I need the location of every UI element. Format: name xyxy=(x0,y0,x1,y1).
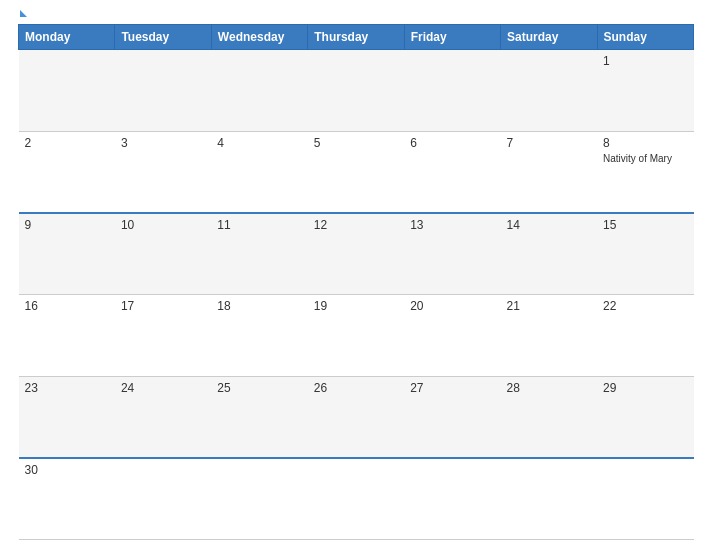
day-of-week-header: Sunday xyxy=(597,25,693,50)
logo-blue-text xyxy=(18,10,27,16)
day-number: 20 xyxy=(410,299,494,313)
day-number: 18 xyxy=(217,299,301,313)
day-number: 10 xyxy=(121,218,205,232)
logo xyxy=(18,10,27,16)
calendar-day-cell: 29 xyxy=(597,376,693,458)
calendar-body: 12345678Nativity of Mary9101112131415161… xyxy=(19,50,694,540)
day-number: 25 xyxy=(217,381,301,395)
calendar-day-cell: 13 xyxy=(404,213,500,295)
day-of-week-header: Tuesday xyxy=(115,25,211,50)
day-of-week-header: Saturday xyxy=(501,25,597,50)
calendar-day-cell xyxy=(115,50,211,132)
day-of-week-header: Wednesday xyxy=(211,25,307,50)
calendar-day-cell: 28 xyxy=(501,376,597,458)
calendar-day-cell: 17 xyxy=(115,294,211,376)
calendar-day-cell: 8Nativity of Mary xyxy=(597,131,693,213)
day-number: 1 xyxy=(603,54,687,68)
calendar-day-cell: 10 xyxy=(115,213,211,295)
day-number: 17 xyxy=(121,299,205,313)
day-number: 12 xyxy=(314,218,398,232)
day-number: 5 xyxy=(314,136,398,150)
day-number: 28 xyxy=(507,381,591,395)
calendar-day-cell xyxy=(19,50,115,132)
day-number: 19 xyxy=(314,299,398,313)
day-number: 30 xyxy=(25,463,109,477)
day-number: 11 xyxy=(217,218,301,232)
calendar-day-cell: 14 xyxy=(501,213,597,295)
day-of-week-header: Thursday xyxy=(308,25,404,50)
calendar-day-cell xyxy=(211,458,307,540)
header xyxy=(18,10,694,16)
calendar-day-cell: 18 xyxy=(211,294,307,376)
day-number: 22 xyxy=(603,299,687,313)
day-number: 9 xyxy=(25,218,109,232)
day-number: 6 xyxy=(410,136,494,150)
calendar-day-cell: 6 xyxy=(404,131,500,213)
day-number: 21 xyxy=(507,299,591,313)
calendar-week-row: 9101112131415 xyxy=(19,213,694,295)
calendar-day-cell: 2 xyxy=(19,131,115,213)
calendar-day-cell: 3 xyxy=(115,131,211,213)
day-number: 15 xyxy=(603,218,687,232)
calendar-day-cell xyxy=(404,458,500,540)
day-number: 3 xyxy=(121,136,205,150)
calendar-week-row: 1 xyxy=(19,50,694,132)
calendar-day-cell: 24 xyxy=(115,376,211,458)
calendar-day-cell: 4 xyxy=(211,131,307,213)
calendar-day-cell: 25 xyxy=(211,376,307,458)
calendar-day-cell: 9 xyxy=(19,213,115,295)
calendar-day-cell: 11 xyxy=(211,213,307,295)
calendar-header: MondayTuesdayWednesdayThursdayFridaySatu… xyxy=(19,25,694,50)
calendar-day-cell xyxy=(404,50,500,132)
calendar-day-cell: 1 xyxy=(597,50,693,132)
days-of-week-row: MondayTuesdayWednesdayThursdayFridaySatu… xyxy=(19,25,694,50)
day-number: 8 xyxy=(603,136,687,150)
calendar-day-cell: 27 xyxy=(404,376,500,458)
day-number: 4 xyxy=(217,136,301,150)
logo-triangle-icon xyxy=(20,10,27,17)
calendar-day-cell xyxy=(308,458,404,540)
calendar-day-cell xyxy=(501,458,597,540)
calendar-day-cell xyxy=(308,50,404,132)
calendar-day-cell: 16 xyxy=(19,294,115,376)
day-of-week-header: Friday xyxy=(404,25,500,50)
calendar-week-row: 30 xyxy=(19,458,694,540)
day-number: 13 xyxy=(410,218,494,232)
calendar-day-cell: 30 xyxy=(19,458,115,540)
calendar-day-cell xyxy=(501,50,597,132)
calendar-week-row: 23242526272829 xyxy=(19,376,694,458)
calendar-day-cell xyxy=(211,50,307,132)
calendar-page: MondayTuesdayWednesdayThursdayFridaySatu… xyxy=(0,0,712,550)
calendar-day-cell: 21 xyxy=(501,294,597,376)
calendar-day-cell: 7 xyxy=(501,131,597,213)
calendar-day-cell xyxy=(115,458,211,540)
calendar-day-cell: 5 xyxy=(308,131,404,213)
day-number: 24 xyxy=(121,381,205,395)
day-number: 7 xyxy=(507,136,591,150)
day-number: 23 xyxy=(25,381,109,395)
calendar-day-cell: 22 xyxy=(597,294,693,376)
day-number: 14 xyxy=(507,218,591,232)
calendar-day-cell xyxy=(597,458,693,540)
calendar-day-cell: 23 xyxy=(19,376,115,458)
calendar-table: MondayTuesdayWednesdayThursdayFridaySatu… xyxy=(18,24,694,540)
event-label: Nativity of Mary xyxy=(603,152,687,165)
day-number: 2 xyxy=(25,136,109,150)
calendar-day-cell: 20 xyxy=(404,294,500,376)
day-number: 26 xyxy=(314,381,398,395)
calendar-day-cell: 26 xyxy=(308,376,404,458)
calendar-week-row: 16171819202122 xyxy=(19,294,694,376)
calendar-day-cell: 19 xyxy=(308,294,404,376)
day-of-week-header: Monday xyxy=(19,25,115,50)
calendar-day-cell: 15 xyxy=(597,213,693,295)
day-number: 29 xyxy=(603,381,687,395)
calendar-week-row: 2345678Nativity of Mary xyxy=(19,131,694,213)
calendar-day-cell: 12 xyxy=(308,213,404,295)
day-number: 27 xyxy=(410,381,494,395)
day-number: 16 xyxy=(25,299,109,313)
